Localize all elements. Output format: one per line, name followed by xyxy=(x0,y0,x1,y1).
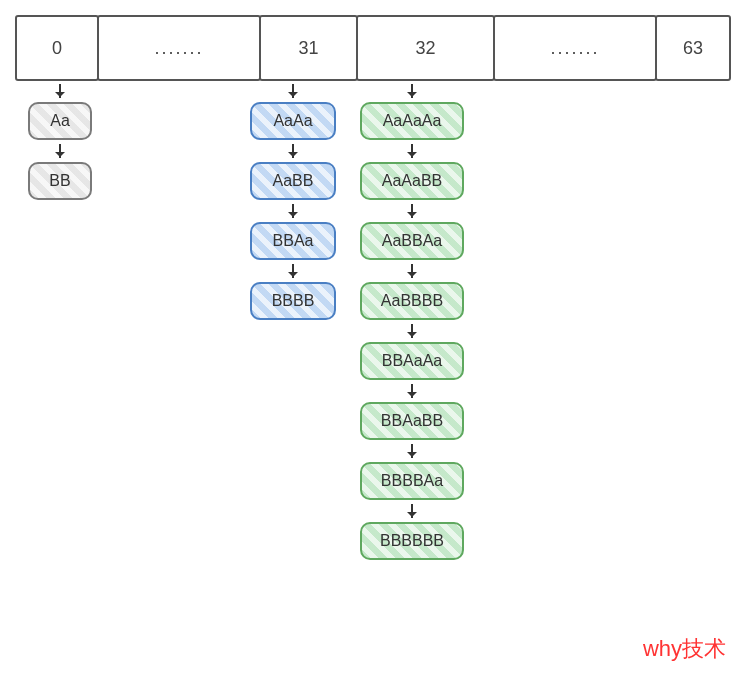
bucket-cell-63: 63 xyxy=(655,15,731,81)
arrow-down-icon xyxy=(292,264,294,278)
hash-node: AaAa xyxy=(250,102,336,140)
watermark-text: why技术 xyxy=(643,634,726,664)
chain-0: Aa BB xyxy=(28,80,92,200)
arrow-down-icon xyxy=(411,264,413,278)
arrow-down-icon xyxy=(411,444,413,458)
bucket-cell-31: 31 xyxy=(259,15,358,81)
bucket-cell-0: 0 xyxy=(15,15,99,81)
bucket-header-row: 0 ....... 31 32 ....... 63 xyxy=(15,15,731,81)
hash-node: BBBB xyxy=(250,282,336,320)
arrow-down-icon xyxy=(411,384,413,398)
bucket-cell-32: 32 xyxy=(356,15,495,81)
arrow-down-icon xyxy=(59,144,61,158)
arrow-down-icon xyxy=(292,204,294,218)
hash-node: AaBBAa xyxy=(360,222,464,260)
hash-node: BB xyxy=(28,162,92,200)
chain-31: AaAa AaBB BBAa BBBB xyxy=(250,80,336,320)
hash-node: BBAa xyxy=(250,222,336,260)
hash-node: AaAaBB xyxy=(360,162,464,200)
hash-node: BBBBBB xyxy=(360,522,464,560)
arrow-down-icon xyxy=(59,84,61,98)
bucket-ellipsis-right: ....... xyxy=(493,15,657,81)
arrow-down-icon xyxy=(411,144,413,158)
hash-node: AaBB xyxy=(250,162,336,200)
arrow-down-icon xyxy=(411,324,413,338)
hash-node: BBBBAa xyxy=(360,462,464,500)
chain-32: AaAaAa AaAaBB AaBBAa AaBBBB BBAaAa BBAaB… xyxy=(360,80,464,560)
arrow-down-icon xyxy=(411,504,413,518)
bucket-ellipsis-left: ....... xyxy=(97,15,261,81)
hash-node: AaBBBB xyxy=(360,282,464,320)
arrow-down-icon xyxy=(292,84,294,98)
arrow-down-icon xyxy=(411,84,413,98)
arrow-down-icon xyxy=(411,204,413,218)
arrow-down-icon xyxy=(292,144,294,158)
hash-node: BBAaAa xyxy=(360,342,464,380)
hash-node: AaAaAa xyxy=(360,102,464,140)
diagram-canvas: 0 ....... 31 32 ....... 63 Aa BB AaAa Aa… xyxy=(0,0,744,674)
hash-node: Aa xyxy=(28,102,92,140)
hash-node: BBAaBB xyxy=(360,402,464,440)
